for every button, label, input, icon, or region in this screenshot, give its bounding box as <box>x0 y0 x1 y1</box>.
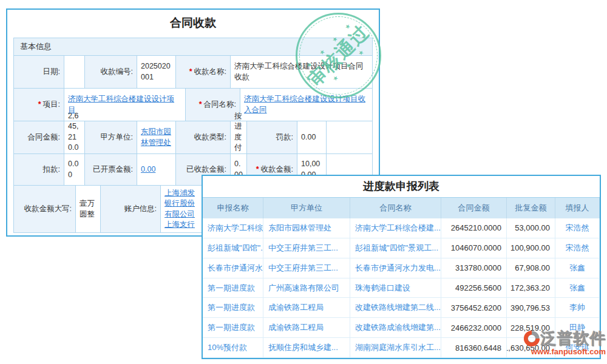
table-row[interactable]: 第一期进度款 广州高速路有限公司 珠海鹤港口建设 492256.5600 172… <box>203 278 600 298</box>
watermark-url: www.fanpusoft.com <box>523 347 606 356</box>
declaration-name-cell[interactable]: 10%预付款 <box>203 338 263 358</box>
contract-amount-cell: 1046070.0000 <box>441 238 507 258</box>
account-label: 账户信息: <box>101 186 161 233</box>
party-a-cell[interactable]: 成渝铁路工程局 <box>263 318 350 338</box>
party-a-cell[interactable]: 抚顺住房和城乡建... <box>263 338 350 358</box>
reporter-cell[interactable]: 李帅 <box>555 298 600 318</box>
contract-name-cell[interactable]: 彭祖新城"四馆"景观工... <box>350 238 441 258</box>
receipt-type-label: 收款类型: <box>176 121 231 154</box>
contract-name-cell[interactable]: 改建铁路线增建第二线... <box>350 298 441 318</box>
party-a-label: 甲方单位: <box>85 121 137 154</box>
reporter-cell[interactable]: 张鑫 <box>555 278 600 298</box>
required-marker: * <box>199 99 202 110</box>
date-value[interactable] <box>64 56 85 89</box>
table-title: 进度款申报列表 <box>203 176 600 198</box>
approved-amount-cell: 100,900.00 <box>507 238 555 258</box>
approved-amount-cell: 172,363.20 <box>507 278 555 298</box>
contract-name-link[interactable]: 济南大学工科综合楼建设设计项目收入合同 <box>244 94 368 115</box>
reporter-cell[interactable]: 宋浩然 <box>555 218 600 238</box>
column-header-declaration-name[interactable]: 申报名称 <box>203 198 263 218</box>
receipt-no-value: 2025020001 <box>137 56 176 89</box>
contract-name-label: *合同名称: <box>186 89 240 121</box>
contract-amount-cell: 492256.5600 <box>441 278 507 298</box>
party-a-cell[interactable]: 中交王府井第三工... <box>263 258 350 278</box>
table-row[interactable]: 济南大学工科综... 东阳市园林管理处 济南大学工科综合楼建... 264521… <box>203 218 600 238</box>
column-header-contract-amount[interactable]: 合同金额 <box>441 198 507 218</box>
contract-name-cell[interactable]: 珠海鹤港口建设 <box>350 278 441 298</box>
date-label: 日期: <box>14 56 64 89</box>
required-marker: * <box>256 164 259 175</box>
required-marker: * <box>189 67 192 78</box>
approved-amount-cell: 390,796.53 <box>507 298 555 318</box>
declaration-name-cell[interactable]: 彭祖新城"四馆"... <box>203 238 263 258</box>
amount-words-label: 收款金额大写: <box>14 186 76 233</box>
party-a-cell[interactable]: 中交王府井第三工... <box>263 238 350 258</box>
party-a-cell[interactable]: 东阳市园林管理处 <box>263 218 350 238</box>
party-a-value: 东阳市园林管理处 <box>137 121 176 154</box>
contract-amount-cell: 2466232.0000 <box>441 318 507 338</box>
contract-amount-cell: 2645210.0000 <box>441 218 507 238</box>
contract-amount-label: 合同金额: <box>14 121 64 154</box>
column-header-party-a[interactable]: 甲方单位 <box>263 198 350 218</box>
deduction-value: 0.00 <box>64 154 85 186</box>
contract-name-cell[interactable]: 济南大学工科综合楼建... <box>350 218 441 238</box>
contract-amount-value: 2,645,210.00 <box>64 121 85 154</box>
reporter-cell[interactable]: 张鑫 <box>555 258 600 278</box>
column-header-contract-name[interactable]: 合同名称 <box>350 198 441 218</box>
invoiced-amount-label: 已开票金额: <box>85 154 137 186</box>
form-row-amounts: 合同金额: 2,645,210.00 甲方单位: 东阳市园林管理处 收款类型: … <box>13 121 373 154</box>
declaration-name-cell[interactable]: 第一期进度款 <box>203 278 263 298</box>
invoiced-amount-value: 0.00 <box>137 154 176 186</box>
party-a-link[interactable]: 东阳市园林管理处 <box>141 127 172 148</box>
account-info-link[interactable]: 上海浦发银行股份有限公司上海支行 <box>164 188 199 231</box>
declaration-name-cell[interactable]: 第一期进度款 <box>203 298 263 318</box>
table-row[interactable]: 长春市伊通河水... 中交王府井第三工... 长春市伊通河水力发电... 313… <box>203 258 600 278</box>
declaration-name-cell[interactable]: 长春市伊通河水... <box>203 258 263 278</box>
receipt-name-value: 济南大学工科综合楼建设设计项目合同收款 <box>231 56 373 89</box>
declaration-name-cell[interactable]: 第一期进度款 <box>203 318 263 338</box>
contract-amount-cell: 816360.6448 <box>441 338 507 358</box>
contract-name-cell[interactable]: 湖南洞庭湖水库引水工... <box>350 338 441 358</box>
column-header-approved-amount[interactable]: 批复金额 <box>507 198 555 218</box>
table-row[interactable]: 第一期进度款 成渝铁路工程局 改建铁路线增建第二线... 3756452.620… <box>203 298 600 318</box>
form-row-project: *项目: 济南大学工科综合楼建设设计项目 *合同名称: 济南大学工科综合楼建设设… <box>13 89 373 121</box>
amount-words-value: 壹万圆整 <box>76 186 101 233</box>
table-row[interactable]: 彭祖新城"四馆"... 中交王府井第三工... 彭祖新城"四馆"景观工... 1… <box>203 238 600 258</box>
receipt-no-label: 收款编号: <box>85 56 137 89</box>
section-basic-info: 基本信息 <box>13 38 373 56</box>
fanpu-watermark: 泛普软件 www.fanpusoft.com <box>523 328 606 356</box>
penalty-label: 罚款: <box>247 121 297 154</box>
contract-name-cell[interactable]: 长春市伊通河水力发电... <box>350 258 441 278</box>
project-label: *项目: <box>14 89 64 121</box>
contract-name-cell[interactable]: 改建铁路成渝线增建第... <box>350 318 441 338</box>
required-marker: * <box>38 99 41 110</box>
invoiced-amount-link[interactable]: 0.00 <box>141 164 155 175</box>
approved-amount-cell: 67,908.00 <box>507 258 555 278</box>
party-a-cell[interactable]: 成渝铁路工程局 <box>263 298 350 318</box>
form-title: 合同收款 <box>7 10 379 38</box>
watermark-brand: 泛普软件 <box>540 328 606 349</box>
form-row-date: 日期: 收款编号: 2025020001 *收款名称: 济南大学工科综合楼建设设… <box>13 56 373 89</box>
party-a-cell[interactable]: 广州高速路有限公司 <box>263 278 350 298</box>
receipt-type-value: 按进度付款 <box>231 121 247 154</box>
project-value: 济南大学工科综合楼建设设计项目 <box>64 89 186 121</box>
receipt-name-label: *收款名称: <box>176 56 231 89</box>
empty-cell <box>327 121 373 154</box>
penalty-value: 0.00 <box>297 121 327 154</box>
project-link[interactable]: 济南大学工科综合楼建设设计项目 <box>68 94 181 115</box>
reporter-cell[interactable]: 宋浩然 <box>555 238 600 258</box>
declaration-name-cell[interactable]: 济南大学工科综... <box>203 218 263 238</box>
table-header-row: 申报名称 甲方单位 合同名称 合同金额 批复金额 填报人 <box>203 198 600 218</box>
account-value: 上海浦发银行股份有限公司上海支行 <box>161 186 203 233</box>
approved-amount-cell: 53,000.00 <box>507 218 555 238</box>
column-header-reporter[interactable]: 填报人 <box>555 198 600 218</box>
contract-amount-cell: 3756452.6200 <box>441 298 507 318</box>
fanpu-logo-icon <box>523 330 540 347</box>
contract-name-value: 济南大学工科综合楼建设设计项目收入合同 <box>240 89 373 121</box>
contract-amount-cell: 313780.0000 <box>441 258 507 278</box>
deduction-label: 扣款: <box>14 154 64 186</box>
